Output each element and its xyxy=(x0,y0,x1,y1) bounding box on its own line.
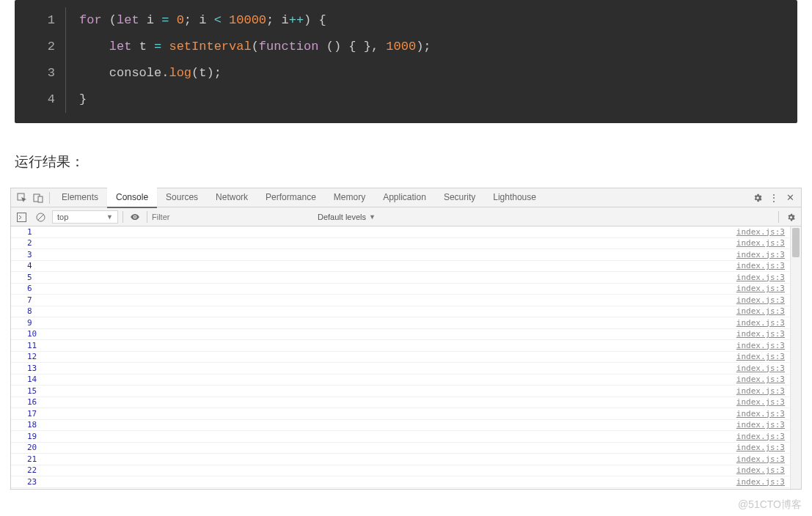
console-source-link[interactable]: index.js:3 xyxy=(736,318,789,328)
console-row[interactable]: 23index.js:3 xyxy=(11,476,789,488)
console-value: 12 xyxy=(11,352,37,361)
dropdown-arrow-icon: ▼ xyxy=(369,213,376,221)
tab-performance[interactable]: Performance xyxy=(257,188,325,208)
keyword-function: function xyxy=(259,40,319,54)
console-row[interactable]: 8index.js:3 xyxy=(11,306,789,318)
separator xyxy=(49,192,50,204)
obj-console: console xyxy=(109,66,161,80)
console-value: 1 xyxy=(11,227,32,237)
console-source-link[interactable]: index.js:3 xyxy=(736,295,789,305)
svg-rect-2 xyxy=(38,196,43,202)
scrollbar[interactable] xyxy=(790,226,801,489)
context-label: top xyxy=(57,213,68,221)
console-row[interactable]: 13index.js:3 xyxy=(11,363,789,375)
console-source-link[interactable]: index.js:3 xyxy=(736,454,789,464)
console-source-link[interactable]: index.js:3 xyxy=(736,273,789,282)
var-i: i xyxy=(147,13,154,27)
tab-security[interactable]: Security xyxy=(435,188,484,208)
tab-sources[interactable]: Sources xyxy=(157,188,207,208)
console-row[interactable]: 7index.js:3 xyxy=(11,295,789,306)
console-row[interactable]: 9index.js:3 xyxy=(11,317,789,329)
console-source-link[interactable]: index.js:3 xyxy=(736,227,789,237)
console-row[interactable]: 10index.js:3 xyxy=(11,329,789,341)
tab-console[interactable]: Console xyxy=(107,188,157,208)
console-row[interactable]: 19index.js:3 xyxy=(11,431,789,443)
tab-lighthouse[interactable]: Lighthouse xyxy=(484,188,545,208)
console-value: 3 xyxy=(11,250,32,259)
num-zero: 0 xyxy=(177,13,184,27)
settings-icon[interactable] xyxy=(783,211,798,221)
console-source-link[interactable]: index.js:3 xyxy=(736,375,789,384)
console-row[interactable]: 16index.js:3 xyxy=(11,397,789,409)
filter-input[interactable] xyxy=(152,213,313,221)
console-value: 8 xyxy=(11,306,32,316)
code-editor: 1234 for (let i = 0; i < 10000; i++) { l… xyxy=(15,0,797,123)
console-row[interactable]: 22index.js:3 xyxy=(11,465,789,477)
code-line-2: let t = setInterval(function () { }, 100… xyxy=(79,34,431,60)
more-icon[interactable]: ⋮ xyxy=(766,192,782,204)
console-value: 17 xyxy=(11,409,37,419)
console-source-link[interactable]: index.js:3 xyxy=(736,284,789,293)
console-value: 2 xyxy=(11,238,32,248)
console-source-link[interactable]: index.js:3 xyxy=(736,364,789,373)
console-sidebar-toggle-icon[interactable] xyxy=(14,211,29,221)
console-row[interactable]: 20index.js:3 xyxy=(11,443,789,454)
console-source-link[interactable]: index.js:3 xyxy=(736,261,789,270)
console-source-link[interactable]: index.js:3 xyxy=(736,329,789,339)
console-source-link[interactable]: index.js:3 xyxy=(736,306,789,316)
console-source-link[interactable]: index.js:3 xyxy=(736,409,789,419)
clear-console-icon[interactable] xyxy=(33,211,48,221)
context-selector[interactable]: top ▼ xyxy=(52,210,118,224)
code-lines: for (let i = 0; i < 10000; i++) { let t … xyxy=(66,7,431,113)
tab-elements[interactable]: Elements xyxy=(53,188,107,208)
console-source-link[interactable]: index.js:3 xyxy=(736,238,789,248)
tab-network[interactable]: Network xyxy=(207,188,257,208)
live-expression-icon[interactable] xyxy=(128,211,142,222)
console-row[interactable]: 11index.js:3 xyxy=(11,340,789,352)
console-row[interactable]: 18index.js:3 xyxy=(11,420,789,432)
console-source-link[interactable]: index.js:3 xyxy=(736,477,789,487)
device-toolbar-icon[interactable] xyxy=(30,192,46,203)
separator xyxy=(122,211,123,223)
separator xyxy=(147,211,147,223)
console-row[interactable]: 3index.js:3 xyxy=(11,249,789,261)
console-row[interactable]: 15index.js:3 xyxy=(11,386,789,397)
console-value: 5 xyxy=(11,273,32,282)
console-row[interactable]: 5index.js:3 xyxy=(11,272,789,284)
devtools-panel: ElementsConsoleSourcesNetworkPerformance… xyxy=(10,188,802,490)
console-source-link[interactable]: index.js:3 xyxy=(736,352,789,361)
console-row[interactable]: 6index.js:3 xyxy=(11,284,789,295)
console-source-link[interactable]: index.js:3 xyxy=(736,250,789,259)
console-row[interactable]: 17index.js:3 xyxy=(11,408,789,420)
console-row[interactable]: 1index.js:3 xyxy=(11,226,789,238)
line-number: 2 xyxy=(15,34,55,60)
console-row[interactable]: 14index.js:3 xyxy=(11,375,789,386)
console-row[interactable]: 21index.js:3 xyxy=(11,454,789,465)
console-value: 21 xyxy=(11,454,37,464)
levels-label: Default levels xyxy=(318,213,366,221)
paren: ( xyxy=(102,13,117,27)
op-lt: < xyxy=(214,13,222,27)
console-source-link[interactable]: index.js:3 xyxy=(736,397,789,407)
log-levels-selector[interactable]: Default levels ▼ xyxy=(318,213,376,221)
console-source-link[interactable]: index.js:3 xyxy=(736,341,789,350)
inspect-icon[interactable] xyxy=(14,192,30,203)
tab-memory[interactable]: Memory xyxy=(325,188,374,208)
console-rows[interactable]: 1index.js:32index.js:33index.js:34index.… xyxy=(11,226,789,489)
console-row[interactable]: 12index.js:3 xyxy=(11,352,789,364)
console-value: 15 xyxy=(11,386,37,396)
scrollbar-thumb[interactable] xyxy=(792,228,800,257)
console-source-link[interactable]: index.js:3 xyxy=(736,443,789,452)
code-line-4: } xyxy=(79,86,431,113)
console-value: 6 xyxy=(11,284,32,293)
console-row[interactable]: 2index.js:3 xyxy=(11,238,789,250)
console-source-link[interactable]: index.js:3 xyxy=(736,386,789,396)
close-icon[interactable]: ✕ xyxy=(782,192,798,203)
tab-application[interactable]: Application xyxy=(374,188,435,208)
console-row[interactable]: 4index.js:3 xyxy=(11,261,789,273)
console-value: 20 xyxy=(11,443,37,452)
console-source-link[interactable]: index.js:3 xyxy=(736,420,789,430)
console-source-link[interactable]: index.js:3 xyxy=(736,432,789,441)
settings-icon[interactable] xyxy=(750,192,766,203)
console-source-link[interactable]: index.js:3 xyxy=(736,465,789,475)
